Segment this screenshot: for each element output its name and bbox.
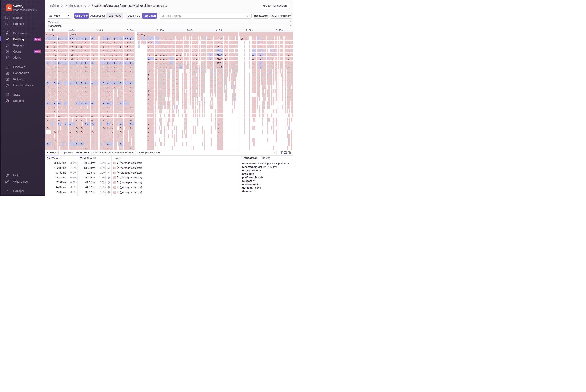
- svg-text:p…s: p…s: [70, 37, 74, 40]
- svg-text:j…: j…: [47, 46, 49, 48]
- svg-text:…: …: [260, 41, 261, 44]
- svg-text:j…r: j…r: [124, 46, 128, 48]
- svg-text:…: …: [176, 86, 178, 88]
- svg-text:r…: r…: [47, 106, 49, 109]
- svg-text:re…r: re…r: [217, 54, 222, 56]
- svg-text:r…: r…: [54, 106, 57, 109]
- svg-text:0…: 0…: [81, 102, 83, 105]
- svg-text:r…: r…: [47, 86, 49, 88]
- svg-text:r…: r…: [148, 82, 151, 84]
- svg-text:_…e: _…e: [124, 58, 128, 60]
- svg-text:_…: _…: [81, 74, 83, 76]
- svg-text:…: …: [225, 37, 226, 40]
- svg-text:…: …: [124, 94, 126, 97]
- svg-text:r…: r…: [91, 90, 94, 92]
- svg-text:r…: r…: [58, 50, 61, 52]
- svg-text:…: …: [166, 46, 167, 48]
- svg-text:…: …: [65, 90, 66, 92]
- svg-text:…: …: [70, 110, 71, 113]
- svg-text:…: …: [166, 37, 167, 40]
- svg-text:…: …: [170, 46, 171, 48]
- svg-text:_…: _…: [75, 74, 78, 76]
- svg-text:…: …: [225, 46, 226, 48]
- svg-text:0…: 0…: [58, 102, 61, 105]
- svg-text:r…: r…: [91, 86, 94, 88]
- svg-text:…: …: [170, 62, 171, 64]
- svg-text:…: …: [193, 46, 194, 48]
- svg-text:_…: _…: [75, 139, 78, 141]
- svg-text:…: …: [272, 46, 273, 48]
- svg-text:r…e: r…e: [70, 50, 74, 52]
- svg-text:_…: _…: [130, 119, 133, 121]
- svg-text:…: …: [272, 54, 273, 56]
- svg-text:(root): (root): [137, 33, 145, 36]
- svg-text:_…: _…: [85, 74, 88, 76]
- svg-text:…: …: [65, 58, 66, 60]
- svg-text:_…: _…: [47, 114, 49, 117]
- svg-text:…: …: [176, 54, 178, 56]
- svg-text:_…: _…: [130, 135, 133, 137]
- svg-text:…: …: [288, 37, 289, 40]
- svg-text:…: …: [288, 54, 289, 56]
- svg-text:…: …: [170, 54, 171, 56]
- svg-text:j…: j…: [85, 46, 88, 48]
- svg-text:r…: r…: [76, 50, 78, 52]
- svg-text:…: …: [166, 62, 167, 64]
- svg-text:…: …: [65, 82, 66, 84]
- svg-text:…: …: [70, 86, 71, 88]
- svg-text:…: …: [124, 110, 126, 113]
- svg-text:r…: r…: [81, 41, 83, 44]
- svg-text:_c…t: _c…t: [216, 37, 222, 40]
- svg-text:_…: _…: [81, 114, 83, 117]
- svg-text:…: …: [176, 74, 178, 76]
- svg-text:…: …: [180, 50, 181, 52]
- svg-text:_…: _…: [54, 78, 57, 80]
- svg-text:_…: _…: [85, 58, 88, 60]
- svg-text:_…: _…: [130, 78, 133, 80]
- svg-text:…: …: [272, 58, 273, 60]
- svg-text:r…: r…: [47, 70, 49, 72]
- svg-text:…: …: [288, 50, 289, 52]
- svg-text:_…: _…: [81, 94, 83, 97]
- svg-text:…: …: [193, 62, 194, 64]
- svg-text:…: …: [193, 66, 194, 68]
- svg-text:r…: r…: [114, 86, 117, 88]
- svg-text:p…: p…: [130, 37, 133, 40]
- svg-text:r…: r…: [130, 41, 133, 44]
- svg-text:…: …: [65, 37, 66, 40]
- svg-text:p…: p…: [76, 37, 78, 40]
- svg-text:…: …: [210, 46, 211, 48]
- svg-text:a…: a…: [148, 70, 151, 72]
- svg-text:…: …: [111, 86, 113, 88]
- svg-text:0…: 0…: [107, 143, 110, 145]
- svg-text:p…: p…: [107, 37, 110, 40]
- svg-text:…: …: [176, 78, 178, 80]
- svg-text:…: …: [148, 147, 149, 150]
- svg-text:j…: j…: [91, 46, 94, 48]
- svg-text:…: …: [111, 46, 113, 48]
- svg-text:r…: r…: [47, 66, 49, 68]
- svg-text:0…: 0…: [54, 102, 57, 105]
- svg-text:r…: r…: [107, 126, 110, 129]
- svg-text:…: …: [111, 94, 113, 97]
- svg-text:…: …: [176, 70, 178, 72]
- svg-text:…: …: [65, 123, 66, 125]
- svg-text:0…: 0…: [81, 82, 83, 84]
- svg-text:…: …: [148, 139, 149, 141]
- svg-text:…: …: [218, 70, 219, 72]
- svg-text:0…: 0…: [85, 102, 88, 105]
- svg-text:…: …: [65, 110, 66, 113]
- svg-text:_…e: _…e: [69, 54, 74, 56]
- svg-text:…: …: [70, 66, 71, 68]
- svg-text:…: …: [166, 50, 167, 52]
- svg-text:…: …: [272, 66, 273, 68]
- svg-text:r…: r…: [76, 131, 78, 133]
- svg-text:r…: r…: [81, 126, 83, 129]
- svg-text:r…: r…: [76, 41, 78, 44]
- svg-text:…: …: [176, 46, 178, 48]
- svg-text:…: …: [148, 123, 149, 125]
- svg-text:…: …: [124, 102, 126, 105]
- svg-text:0…: 0…: [107, 82, 110, 84]
- svg-text:_…: _…: [130, 98, 133, 101]
- svg-text:r…: r…: [103, 106, 106, 109]
